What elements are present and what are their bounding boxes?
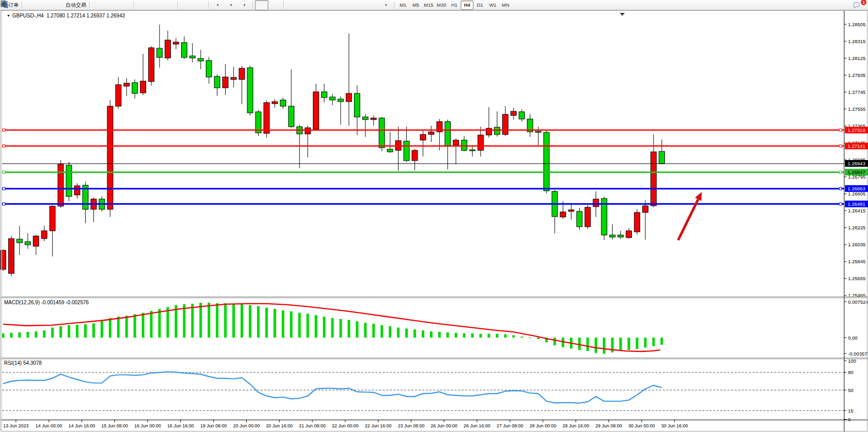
macd-axis-label: -0.003577 bbox=[848, 351, 868, 357]
candle-body bbox=[313, 92, 319, 129]
line-handle[interactable] bbox=[839, 187, 842, 190]
macd-bar bbox=[249, 305, 251, 338]
candlestick-chart-button[interactable] bbox=[105, 0, 119, 10]
bar-chart-button[interactable] bbox=[92, 0, 105, 10]
macd-bar bbox=[438, 332, 441, 338]
symbol-dropdown-icon[interactable]: ▼ bbox=[7, 14, 10, 17]
timeframe-m1[interactable]: M1 bbox=[397, 1, 409, 10]
candle-body bbox=[42, 231, 47, 239]
trendline-button[interactable] bbox=[312, 0, 326, 10]
symbol-period-label: GBPUSD-,H4 bbox=[12, 13, 44, 18]
fibonacci-button[interactable]: F bbox=[339, 0, 352, 10]
macd-bar bbox=[101, 321, 103, 338]
candle-body bbox=[379, 118, 385, 148]
candle-body bbox=[371, 118, 377, 120]
price-tick-label: 1.27935 bbox=[848, 72, 865, 78]
rsi-axis-label: 0 bbox=[848, 417, 851, 422]
rsi-indicator-label: RSI(14) 54.3078 bbox=[4, 360, 42, 366]
macd-bar bbox=[512, 335, 515, 338]
macd-bar bbox=[627, 338, 630, 350]
macd-bar bbox=[487, 334, 490, 338]
candle-body bbox=[288, 106, 294, 127]
line-handle[interactable] bbox=[839, 171, 842, 173]
line-handle[interactable] bbox=[3, 187, 5, 190]
candle-body bbox=[272, 102, 278, 104]
sounds-button[interactable] bbox=[51, 0, 64, 10]
line-handle[interactable] bbox=[3, 203, 5, 205]
zoom-out-button[interactable] bbox=[149, 0, 163, 10]
line-handle[interactable] bbox=[839, 145, 842, 147]
macd-axis-label: 0.007524 bbox=[848, 299, 868, 305]
text-label-button[interactable]: T bbox=[366, 0, 379, 10]
macd-bar bbox=[191, 304, 194, 338]
price-tag-resistance-1: 1.27319 bbox=[845, 127, 868, 133]
line-handle[interactable] bbox=[839, 129, 842, 131]
tile-windows-button[interactable] bbox=[163, 0, 176, 10]
chart-shift-button[interactable] bbox=[180, 0, 193, 10]
text-button[interactable]: A bbox=[352, 0, 366, 10]
timeframe-h1[interactable]: H1 bbox=[448, 1, 461, 10]
candle-body bbox=[412, 150, 418, 161]
profiles-button[interactable] bbox=[37, 0, 51, 10]
time-label: 22 Jun 16:00 bbox=[365, 423, 391, 428]
timeframe-mn[interactable]: MN bbox=[499, 1, 512, 10]
macd-bar bbox=[265, 307, 268, 338]
toolbar-separator bbox=[177, 2, 179, 9]
macd-bar bbox=[405, 328, 408, 338]
macd-bar bbox=[18, 332, 21, 338]
chat-notifications-icon[interactable]: 1 bbox=[852, 0, 865, 10]
equidistant-channel-button[interactable]: E bbox=[326, 0, 339, 10]
line-handle[interactable] bbox=[3, 145, 5, 147]
main-chart-pane[interactable] bbox=[1, 11, 844, 297]
toolbar-separator bbox=[283, 2, 284, 9]
indicators-button[interactable]: ▾ bbox=[211, 0, 224, 10]
timeframe-w1[interactable]: W1 bbox=[486, 1, 499, 10]
candle-body bbox=[363, 117, 368, 120]
macd-bar bbox=[323, 317, 325, 338]
candle-body bbox=[115, 85, 121, 106]
macd-bar bbox=[471, 333, 474, 338]
timeframe-m30[interactable]: M30 bbox=[435, 1, 448, 10]
rsi-axis-label: 80 bbox=[848, 369, 854, 375]
search-icon[interactable] bbox=[838, 0, 852, 10]
auto-scroll-button[interactable] bbox=[193, 0, 207, 10]
toolbar-separator bbox=[22, 2, 23, 9]
candle-body bbox=[190, 56, 195, 58]
candle-body bbox=[568, 210, 574, 211]
chart-canvas[interactable]: 1.285051.283151.281251.279351.277451.275… bbox=[0, 0, 868, 432]
line-handle[interactable] bbox=[3, 171, 5, 173]
arrows-button[interactable]: ▾ bbox=[379, 0, 392, 10]
line-handle[interactable] bbox=[3, 129, 5, 131]
line-handle[interactable] bbox=[839, 203, 842, 205]
line-chart-button[interactable] bbox=[119, 0, 132, 10]
candle-body bbox=[305, 128, 310, 134]
time-label: 26 Jun 16:00 bbox=[464, 423, 490, 428]
price-tick-label: 1.26415 bbox=[848, 208, 865, 213]
periods-button[interactable]: ▾ bbox=[224, 0, 238, 10]
macd-bar bbox=[10, 333, 13, 338]
timeframe-h4[interactable]: H4 bbox=[461, 1, 474, 10]
zoom-in-button[interactable] bbox=[136, 0, 149, 10]
price-tick-label: 1.25845 bbox=[848, 259, 865, 264]
macd-bar bbox=[397, 327, 400, 338]
price-tick-label: 1.28505 bbox=[848, 22, 865, 27]
timeframe-m15[interactable]: M15 bbox=[422, 1, 435, 10]
candle-body bbox=[173, 42, 179, 44]
candle-body bbox=[544, 132, 549, 191]
templates-button[interactable]: ▾ bbox=[238, 0, 251, 10]
crosshair-button[interactable] bbox=[268, 0, 282, 10]
macd-name: MACD(12,26,9) bbox=[4, 300, 40, 305]
timeframe-m5[interactable]: M5 bbox=[409, 1, 422, 10]
candle-body bbox=[107, 106, 113, 209]
time-label: 30 Jun 00:00 bbox=[628, 423, 655, 428]
timeframe-d1[interactable]: D1 bbox=[474, 1, 486, 10]
candle-body bbox=[66, 165, 72, 197]
chevron-down-icon: ▾ bbox=[230, 3, 232, 7]
highlight-button[interactable] bbox=[24, 0, 37, 10]
cursor-button[interactable] bbox=[255, 0, 268, 10]
auto-trading-button[interactable]: 自动交易 bbox=[64, 0, 88, 10]
vertical-line-button[interactable] bbox=[286, 0, 299, 10]
horizontal-line-button[interactable] bbox=[299, 0, 312, 10]
price-tick-label: 1.28125 bbox=[848, 55, 865, 61]
macd-bar bbox=[51, 327, 54, 338]
